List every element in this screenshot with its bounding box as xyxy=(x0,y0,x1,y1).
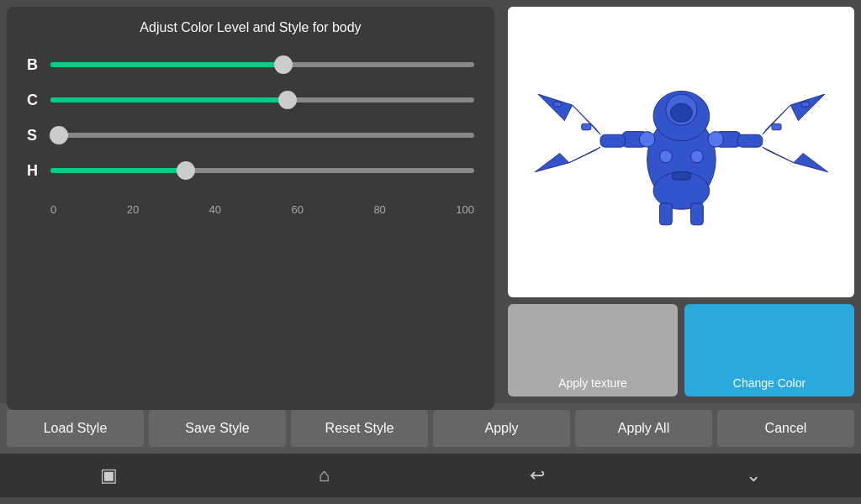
svg-point-23 xyxy=(708,132,724,148)
sliders-container: BCSH xyxy=(27,55,474,197)
svg-marker-8 xyxy=(537,94,572,121)
slider-thumb-s[interactable] xyxy=(50,126,68,144)
scale-40: 40 xyxy=(209,203,221,216)
svg-rect-11 xyxy=(737,135,763,148)
slider-fill-c xyxy=(50,97,288,102)
reset-style-button[interactable]: Reset Style xyxy=(291,410,428,447)
nav-square-icon[interactable]: ▣ xyxy=(100,465,118,486)
slider-wrap-c xyxy=(50,91,474,109)
svg-marker-15 xyxy=(793,154,827,172)
slider-label-h: H xyxy=(27,162,50,180)
scale-20: 20 xyxy=(127,203,139,216)
scale-labels: 0 20 40 60 80 100 xyxy=(27,203,474,216)
preview-box xyxy=(508,7,854,297)
svg-marker-9 xyxy=(535,154,569,172)
slider-row-c: C xyxy=(27,91,474,109)
svg-point-20 xyxy=(690,150,703,163)
action-buttons-right: Apply texture Change Color xyxy=(508,304,854,396)
scale-0: 0 xyxy=(50,203,56,216)
svg-marker-14 xyxy=(790,94,825,121)
svg-rect-18 xyxy=(690,203,703,225)
slider-thumb-c[interactable] xyxy=(278,91,297,109)
slider-row-h: H xyxy=(27,161,474,180)
slider-thumb-h[interactable] xyxy=(177,161,195,180)
svg-rect-17 xyxy=(659,203,672,225)
cancel-button[interactable]: Cancel xyxy=(717,410,854,447)
svg-marker-13 xyxy=(762,147,793,163)
slider-wrap-h xyxy=(50,161,474,180)
scale-80: 80 xyxy=(373,203,385,216)
change-color-label: Change Color xyxy=(733,376,806,390)
apply-button[interactable]: Apply xyxy=(433,410,570,447)
slider-row-b: B xyxy=(27,55,474,74)
slider-fill-h xyxy=(50,168,186,173)
apply-all-button[interactable]: Apply All xyxy=(575,410,712,447)
robot-preview xyxy=(526,21,837,282)
apply-texture-label: Apply texture xyxy=(558,376,627,390)
svg-rect-5 xyxy=(600,135,626,148)
nav-home-icon[interactable]: ⌂ xyxy=(319,465,330,486)
slider-fill-b xyxy=(50,62,283,67)
slider-track-s xyxy=(50,133,474,138)
change-color-button[interactable]: Change Color xyxy=(684,304,854,396)
right-panel: Apply texture Change Color xyxy=(501,0,861,403)
save-style-button[interactable]: Save Style xyxy=(149,410,286,447)
slider-label-c: C xyxy=(27,92,50,109)
nav-back-icon[interactable]: ↩ xyxy=(530,465,545,486)
slider-label-b: B xyxy=(27,56,50,74)
scale-60: 60 xyxy=(291,203,303,216)
slider-wrap-b xyxy=(50,55,474,74)
scale-100: 100 xyxy=(456,203,474,216)
svg-marker-7 xyxy=(569,147,600,163)
slider-wrap-s xyxy=(50,126,474,144)
svg-point-22 xyxy=(639,132,655,148)
svg-rect-27 xyxy=(801,102,809,108)
load-style-button[interactable]: Load Style xyxy=(7,410,144,447)
left-panel: Adjust Color Level and Style for body BC… xyxy=(7,7,494,410)
svg-rect-26 xyxy=(553,102,561,108)
slider-thumb-b[interactable] xyxy=(274,55,293,74)
bottom-toolbar: Load Style Save Style Reset Style Apply … xyxy=(0,403,861,454)
svg-rect-24 xyxy=(581,124,590,130)
svg-rect-25 xyxy=(772,124,781,130)
slider-row-s: S xyxy=(27,126,474,144)
nav-overflow-icon[interactable]: ⌄ xyxy=(746,465,761,486)
svg-point-3 xyxy=(670,104,692,123)
slider-label-s: S xyxy=(27,127,50,144)
apply-texture-button[interactable]: Apply texture xyxy=(508,304,678,396)
nav-bar: ▣ ⌂ ↩ ⌄ xyxy=(0,454,861,497)
panel-title: Adjust Color Level and Style for body xyxy=(27,20,474,35)
svg-point-19 xyxy=(659,150,672,163)
svg-rect-21 xyxy=(672,172,690,180)
